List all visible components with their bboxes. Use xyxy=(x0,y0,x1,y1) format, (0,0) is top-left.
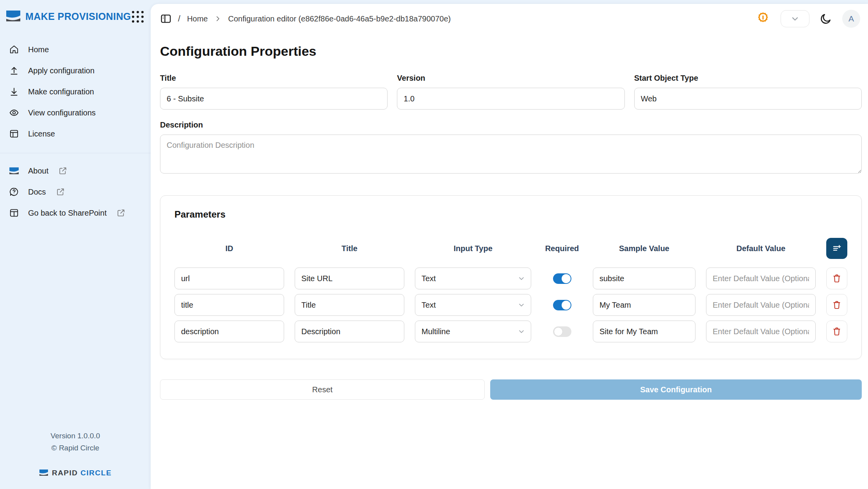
sidebar-links: About Docs Go back to SharePoint xyxy=(0,160,151,223)
download-icon xyxy=(9,86,20,97)
description-textarea[interactable] xyxy=(160,135,862,174)
title-field-group: Title xyxy=(160,74,388,110)
parameters-table-header: ID Title Input Type Required Sample Valu… xyxy=(174,238,847,259)
table-row: Multiline xyxy=(174,321,847,342)
save-configuration-button[interactable]: Save Configuration xyxy=(490,379,862,400)
sidebar-item-label: Home xyxy=(28,45,49,54)
external-link-icon xyxy=(59,167,67,175)
selected-option: Multiline xyxy=(422,327,450,336)
chevron-down-icon xyxy=(518,328,525,335)
required-toggle[interactable] xyxy=(553,300,571,310)
sidebar-item-home[interactable]: Home xyxy=(0,39,151,60)
param-title-input[interactable] xyxy=(295,294,404,316)
sidebar-link-docs[interactable]: Docs xyxy=(0,181,151,202)
avatar[interactable]: A xyxy=(842,10,860,28)
home-icon xyxy=(9,44,20,55)
reset-button[interactable]: Reset xyxy=(160,379,485,400)
app-logo-icon xyxy=(6,9,20,23)
start-object-type-input[interactable] xyxy=(634,88,862,110)
sidebar-link-label: About xyxy=(28,167,48,175)
dark-mode-icon[interactable] xyxy=(820,12,832,25)
version-input[interactable] xyxy=(397,88,624,110)
param-default-value-input[interactable] xyxy=(706,294,816,316)
trash-icon xyxy=(832,273,842,283)
param-input-type-select[interactable]: Multiline xyxy=(415,321,531,342)
parameters-card: Parameters ID Title Input Type Required … xyxy=(160,195,862,359)
column-header-id: ID xyxy=(174,244,284,253)
app-launcher-icon[interactable] xyxy=(131,10,144,23)
rapid-circle-logo-icon xyxy=(39,468,48,477)
param-sample-value-input[interactable] xyxy=(593,321,695,342)
help-chat-icon xyxy=(9,186,20,197)
table-row: Text xyxy=(174,268,847,289)
start-object-type-field-group: Start Object Type xyxy=(634,74,862,110)
top-right-actions: A xyxy=(756,10,862,28)
column-header-title: Title xyxy=(295,244,404,253)
breadcrumb: / Home Configuration editor (e862f86e-0a… xyxy=(178,14,451,24)
table-row: Text xyxy=(174,294,847,316)
param-title-input[interactable] xyxy=(295,268,404,289)
main-content: / Home Configuration editor (e862f86e-0a… xyxy=(151,4,868,489)
param-input-type-select[interactable]: Text xyxy=(415,268,531,289)
add-row-icon xyxy=(831,243,842,254)
param-sample-value-input[interactable] xyxy=(593,294,695,316)
selected-option: Text xyxy=(422,301,436,310)
layout-icon xyxy=(9,207,20,218)
environment-dropdown-button[interactable] xyxy=(781,10,809,27)
brand-icon xyxy=(9,165,20,176)
sidebar-footer: Version 1.0.0.0 © Rapid Circle RAPID CIR… xyxy=(0,430,151,479)
alert-badge-icon[interactable] xyxy=(756,11,770,26)
trash-icon xyxy=(832,300,842,310)
param-default-value-input[interactable] xyxy=(706,268,816,289)
param-id-input[interactable] xyxy=(174,321,284,342)
sidebar-nav: Home Apply configuration Make configurat… xyxy=(0,39,151,144)
upload-icon xyxy=(9,65,20,76)
trash-icon xyxy=(832,326,842,337)
sidebar-item-view-configurations[interactable]: View configurations xyxy=(0,102,151,123)
start-object-type-label: Start Object Type xyxy=(634,74,862,83)
param-id-input[interactable] xyxy=(174,294,284,316)
sidebar-item-label: License xyxy=(28,129,55,138)
add-parameter-button[interactable] xyxy=(826,238,847,259)
breadcrumb-current: Configuration editor (e862f86e-0ad6-46a5… xyxy=(228,14,450,23)
version-field-group: Version xyxy=(397,74,624,110)
sidebar-item-label: Apply configuration xyxy=(28,66,94,75)
sidebar-item-license[interactable]: License xyxy=(0,123,151,144)
delete-parameter-button[interactable] xyxy=(826,294,847,316)
param-input-type-select[interactable]: Text xyxy=(415,294,531,316)
sidebar-toggle-icon[interactable] xyxy=(160,13,172,25)
param-default-value-input[interactable] xyxy=(706,321,816,342)
sidebar-link-about[interactable]: About xyxy=(0,160,151,181)
breadcrumb-separator: / xyxy=(178,14,180,24)
page-title: Configuration Properties xyxy=(160,44,862,59)
required-toggle[interactable] xyxy=(553,273,571,284)
sidebar-item-label: Make configuration xyxy=(28,87,94,96)
description-label: Description xyxy=(160,120,862,129)
external-link-icon xyxy=(117,209,125,217)
sidebar-item-apply-configuration[interactable]: Apply configuration xyxy=(0,60,151,81)
avatar-initial: A xyxy=(848,14,854,23)
rapid-circle-logo: RAPID CIRCLE xyxy=(0,467,151,479)
top-bar: / Home Configuration editor (e862f86e-0a… xyxy=(160,4,862,30)
column-header-required: Required xyxy=(542,244,582,253)
param-id-input[interactable] xyxy=(174,268,284,289)
sidebar-link-go-back-to-sharepoint[interactable]: Go back to SharePoint xyxy=(0,202,151,223)
column-header-default-value: Default Value xyxy=(706,244,816,253)
column-header-sample-value: Sample Value xyxy=(593,244,695,253)
form-actions: Reset Save Configuration xyxy=(160,379,862,400)
app-title: MAKE PROVISIONING xyxy=(25,11,131,22)
selected-option: Text xyxy=(422,274,436,283)
required-toggle[interactable] xyxy=(553,326,571,337)
delete-parameter-button[interactable] xyxy=(826,268,847,289)
title-input[interactable] xyxy=(160,88,388,110)
param-sample-value-input[interactable] xyxy=(593,268,695,289)
sidebar-item-label: View configurations xyxy=(28,108,96,117)
delete-parameter-button[interactable] xyxy=(826,321,847,342)
param-title-input[interactable] xyxy=(295,321,404,342)
version-label: Version xyxy=(397,74,624,83)
sidebar-item-make-configuration[interactable]: Make configuration xyxy=(0,81,151,102)
sidebar-link-label: Go back to SharePoint xyxy=(28,209,107,218)
properties-form: Title Version Start Object Type xyxy=(160,74,862,110)
breadcrumb-home[interactable]: Home xyxy=(187,14,208,23)
sidebar-divider xyxy=(0,153,151,153)
